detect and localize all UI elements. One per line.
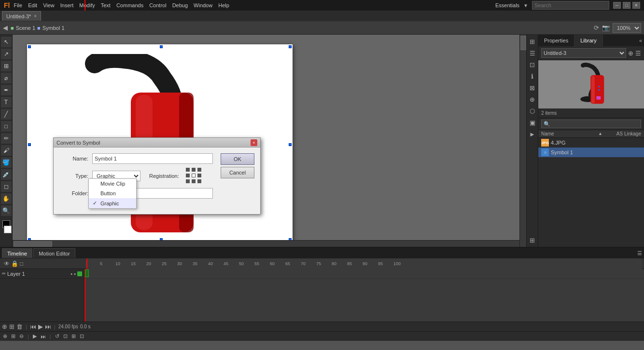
next-frame-btn[interactable]: ⏭ <box>45 323 51 330</box>
transform-tool[interactable]: ⊞ <box>1 61 12 71</box>
document-tab[interactable]: Untitled-3* × <box>2 11 41 21</box>
reg-tl[interactable] <box>186 168 190 172</box>
rect-tool[interactable]: □ <box>1 121 12 132</box>
close-button[interactable]: ✕ <box>632 2 640 9</box>
line-tool[interactable]: ╱ <box>1 109 12 120</box>
prev-frame-btn[interactable]: ⏮ <box>30 323 36 330</box>
hand-tool[interactable]: ✋ <box>1 193 12 204</box>
library-icon[interactable]: ☰ <box>528 48 537 58</box>
subselect-tool[interactable]: ↗ <box>1 49 12 59</box>
reg-bc[interactable] <box>192 179 196 183</box>
rotate-icon[interactable]: ⟳ <box>594 24 599 31</box>
eye-icon[interactable]: 👁 <box>4 260 10 267</box>
minimize-button[interactable]: ─ <box>613 2 621 9</box>
back-arrow[interactable]: ◀ <box>3 24 8 31</box>
motion-presets-icon[interactable]: ► <box>528 129 537 139</box>
cancel-button[interactable]: Cancel <box>221 167 254 178</box>
eraser-tool[interactable]: ◻ <box>1 181 12 192</box>
color-icon[interactable]: ⬡ <box>528 106 537 116</box>
delete-status-btn[interactable]: ⊖ <box>19 333 24 339</box>
menu-text[interactable]: Text <box>101 2 111 8</box>
library-item[interactable]: ☆ Symbol 1 <box>538 148 644 157</box>
v-scrollbar[interactable] <box>519 35 526 247</box>
registration-grid[interactable] <box>186 168 202 184</box>
ok-button[interactable]: OK <box>221 153 254 165</box>
reg-mr[interactable] <box>197 174 201 177</box>
delete-layer-btn[interactable]: 🗑 <box>16 323 23 330</box>
folder-status-btn[interactable]: ⊞ <box>11 333 15 339</box>
menu-modify[interactable]: Modify <box>79 2 95 8</box>
panel-collapse[interactable]: « <box>639 38 642 43</box>
dialog-close-button[interactable]: × <box>251 139 257 146</box>
lib-options-btn[interactable]: ☰ <box>635 50 641 57</box>
menu-insert[interactable]: Insert <box>60 2 74 8</box>
menu-help[interactable]: Help <box>218 2 229 8</box>
layer-lock-icon[interactable]: • <box>74 271 76 277</box>
transform-icon[interactable]: ⊠ <box>528 83 537 93</box>
menu-control[interactable]: Control <box>149 2 166 8</box>
reg-ml[interactable] <box>186 174 190 177</box>
menu-commands[interactable]: Commands <box>116 2 143 8</box>
advanced-link[interactable]: Advanced <box>92 202 116 208</box>
pen-tool[interactable]: ✒ <box>1 85 12 95</box>
fill-color[interactable] <box>4 226 12 233</box>
components-icon[interactable]: ⊕ <box>528 94 537 104</box>
menu-debug[interactable]: Debug <box>172 2 188 8</box>
folder-input[interactable] <box>92 188 213 199</box>
new-lib-btn[interactable]: ⊕ <box>628 50 633 57</box>
timeline-tab[interactable]: Timeline <box>2 248 32 258</box>
symbol-name-input[interactable] <box>92 153 213 164</box>
library-doc-select[interactable]: Untitled-3 <box>541 48 626 58</box>
onion-btn[interactable]: ⊡ <box>63 333 68 339</box>
edit-frames-btn[interactable]: ⊡ <box>80 333 84 339</box>
select-tool[interactable]: ↖ <box>1 37 12 47</box>
close-tab-button[interactable]: × <box>34 13 37 19</box>
reg-br[interactable] <box>197 179 201 183</box>
loop-btn[interactable]: ↺ <box>55 333 59 339</box>
search-input[interactable] <box>532 1 609 10</box>
play-status-btn[interactable]: ▶ <box>33 333 37 339</box>
menu-edit[interactable]: Edit <box>28 2 37 8</box>
eyedropper[interactable]: 💉 <box>1 169 12 180</box>
menu-window[interactable]: Window <box>194 2 212 8</box>
align-icon[interactable]: ⊡ <box>528 60 537 69</box>
properties-tab[interactable]: Properties <box>538 35 574 46</box>
reg-mc[interactable] <box>192 174 196 177</box>
pencil-tool[interactable]: ✏ <box>1 133 12 144</box>
restore-button[interactable]: □ <box>623 2 630 9</box>
camera-icon[interactable]: 📷 <box>602 24 610 31</box>
keyframe-cell[interactable] <box>85 269 89 277</box>
brush-tool[interactable]: 🖌 <box>1 145 12 156</box>
bottom-icon[interactable]: ⊞ <box>528 235 537 245</box>
onion2-btn[interactable]: ⊞ <box>71 333 76 339</box>
layer-pencil-icon[interactable]: ✏ <box>2 271 6 276</box>
lock-icon[interactable]: 🔒 <box>11 260 18 267</box>
layer-visibility-icon[interactable]: • <box>70 271 72 277</box>
outline-icon[interactable]: □ <box>20 260 23 267</box>
h-scrollbar[interactable] <box>13 240 519 247</box>
library-tab[interactable]: Library <box>574 35 603 46</box>
zoom-select[interactable]: 100% <box>613 23 641 33</box>
menu-view[interactable]: View <box>43 2 55 8</box>
reg-tr[interactable] <box>197 168 201 172</box>
new-folder-btn[interactable]: ⊞ <box>9 323 14 330</box>
end-status-btn[interactable]: ⏭ <box>41 334 46 339</box>
library-search-input[interactable] <box>541 120 641 128</box>
library-item[interactable]: JPG 4.JPG <box>538 138 644 148</box>
text-tool[interactable]: T <box>1 97 12 108</box>
lasso-tool[interactable]: ⌀ <box>1 73 12 83</box>
reg-tc[interactable] <box>192 168 196 172</box>
properties-icon[interactable]: ⊞ <box>528 37 537 46</box>
info-icon[interactable]: ℹ <box>528 71 537 81</box>
type-select[interactable]: Graphic <box>92 171 140 181</box>
reg-bl[interactable] <box>186 179 190 183</box>
timeline-menu-btn[interactable]: ☰ <box>637 250 642 256</box>
zoom-tool[interactable]: 🔍 <box>1 205 12 216</box>
swatches-icon[interactable]: ▣ <box>528 118 537 127</box>
new-layer-status-btn[interactable]: ⊕ <box>3 333 7 339</box>
essentials-label[interactable]: Essentials <box>495 2 519 8</box>
scene-label[interactable]: Scene 1 <box>16 25 35 31</box>
menu-file[interactable]: File <box>14 2 22 8</box>
motion-editor-tab[interactable]: Motion Editor <box>33 248 75 258</box>
paint-bucket[interactable]: 🪣 <box>1 157 12 168</box>
